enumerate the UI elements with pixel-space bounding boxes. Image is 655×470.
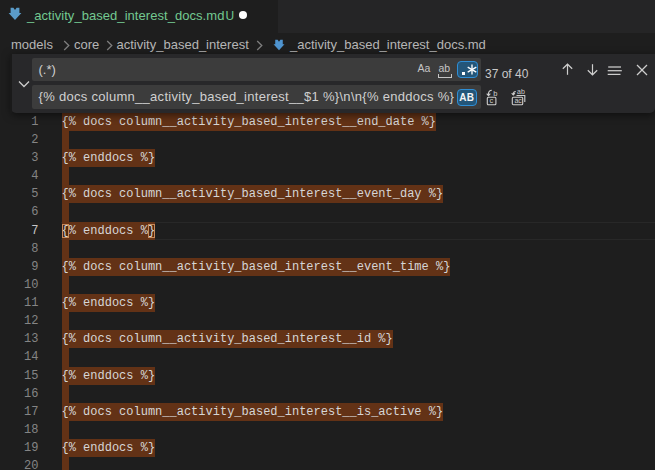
svg-text:ac: ac <box>514 97 522 104</box>
svg-text:ab: ab <box>517 89 525 95</box>
svg-text:b: b <box>493 89 497 98</box>
svg-text:c: c <box>489 96 493 105</box>
